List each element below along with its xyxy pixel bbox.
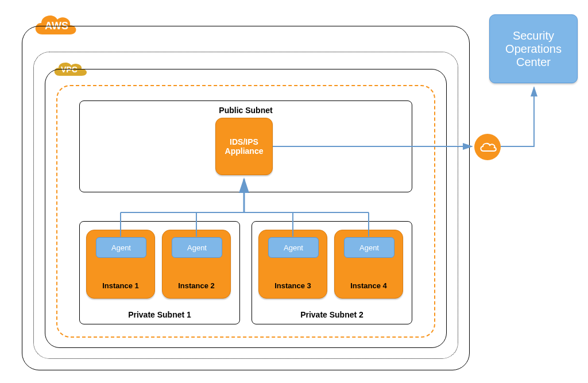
instance-3: Agent Instance 3 (258, 230, 327, 299)
ids-label: IDS/IPS Appliance (225, 137, 264, 156)
instance-1: Agent Instance 1 (86, 230, 155, 299)
soc-box: Security Operations Center (489, 14, 578, 83)
private-subnet-2-label: Private Subnet 2 (252, 310, 412, 319)
internet-gateway-icon (474, 134, 501, 160)
instance-4: Agent Instance 4 (334, 230, 403, 299)
diagram-root: AWS VPC Public Subnet IDS/IPS Appliance … (0, 0, 588, 383)
instance-label: Instance 3 (259, 281, 327, 290)
agent-badge: Agent (172, 237, 222, 258)
instance-label: Instance 2 (163, 281, 230, 290)
instance-label: Instance 1 (87, 281, 154, 290)
agent-badge: Agent (344, 237, 394, 258)
agent-badge: Agent (96, 237, 146, 258)
public-subnet-label: Public Subnet (80, 106, 412, 115)
ids-ips-appliance: IDS/IPS Appliance (215, 118, 273, 175)
instance-label: Instance 4 (335, 281, 403, 290)
private-subnet-1-label: Private Subnet 1 (80, 310, 239, 319)
soc-label: Security Operations Center (494, 29, 572, 69)
instance-2: Agent Instance 2 (162, 230, 231, 299)
agent-badge: Agent (268, 237, 319, 258)
